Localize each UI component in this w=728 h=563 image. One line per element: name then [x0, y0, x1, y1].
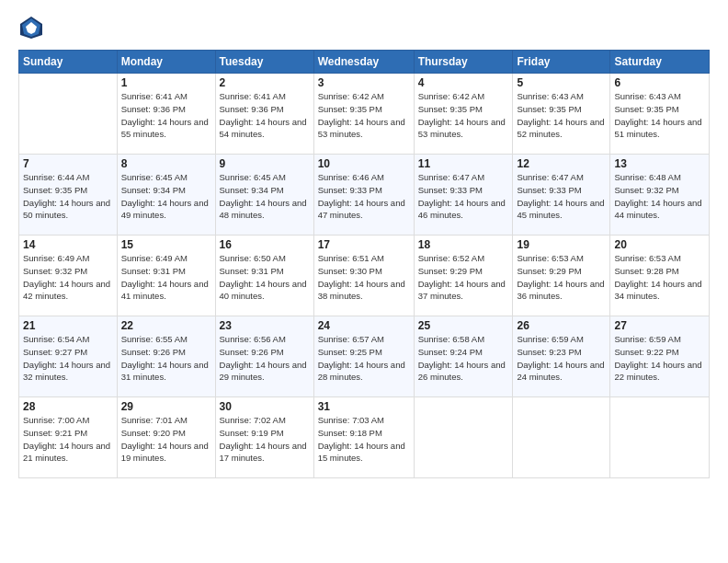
calendar-cell	[513, 397, 610, 478]
calendar-cell: 25Sunrise: 6:58 AM Sunset: 9:24 PM Dayli…	[414, 316, 513, 397]
day-info: Sunrise: 6:51 AM Sunset: 9:30 PM Dayligh…	[318, 252, 410, 303]
calendar-cell: 6Sunrise: 6:43 AM Sunset: 9:35 PM Daylig…	[610, 74, 710, 155]
day-info: Sunrise: 7:01 AM Sunset: 9:20 PM Dayligh…	[121, 414, 211, 465]
day-number: 3	[318, 76, 410, 89]
day-info: Sunrise: 6:55 AM Sunset: 9:26 PM Dayligh…	[121, 333, 211, 384]
day-info: Sunrise: 6:52 AM Sunset: 9:29 PM Dayligh…	[418, 252, 509, 303]
calendar-cell: 23Sunrise: 6:56 AM Sunset: 9:26 PM Dayli…	[215, 316, 313, 397]
day-info: Sunrise: 6:47 AM Sunset: 9:33 PM Dayligh…	[418, 171, 509, 222]
day-number: 31	[318, 400, 410, 413]
day-info: Sunrise: 6:50 AM Sunset: 9:31 PM Dayligh…	[220, 252, 310, 303]
calendar-cell: 20Sunrise: 6:53 AM Sunset: 9:28 PM Dayli…	[610, 236, 710, 316]
calendar-cell: 7Sunrise: 6:44 AM Sunset: 9:35 PM Daylig…	[19, 155, 118, 236]
calendar-table: SundayMondayTuesdayWednesdayThursdayFrid…	[18, 50, 710, 478]
day-number: 12	[517, 157, 606, 170]
col-header-friday: Friday	[513, 51, 610, 74]
day-number: 20	[614, 238, 705, 251]
day-info: Sunrise: 7:03 AM Sunset: 9:18 PM Dayligh…	[318, 414, 410, 465]
day-info: Sunrise: 6:49 AM Sunset: 9:31 PM Dayligh…	[121, 252, 211, 303]
calendar-cell: 18Sunrise: 6:52 AM Sunset: 9:29 PM Dayli…	[414, 236, 513, 316]
day-info: Sunrise: 6:42 AM Sunset: 9:35 PM Dayligh…	[318, 90, 410, 141]
day-number: 13	[614, 157, 705, 170]
day-number: 11	[418, 157, 509, 170]
calendar-cell: 26Sunrise: 6:59 AM Sunset: 9:23 PM Dayli…	[513, 316, 610, 397]
day-number: 2	[220, 76, 310, 89]
day-number: 18	[418, 238, 509, 251]
calendar-cell	[19, 74, 118, 155]
day-info: Sunrise: 6:47 AM Sunset: 9:33 PM Dayligh…	[517, 171, 606, 222]
logo-icon	[18, 15, 44, 40]
day-info: Sunrise: 6:43 AM Sunset: 9:35 PM Dayligh…	[517, 90, 606, 141]
calendar-cell: 17Sunrise: 6:51 AM Sunset: 9:30 PM Dayli…	[313, 236, 414, 316]
logo	[18, 15, 48, 40]
calendar-cell	[610, 397, 710, 478]
day-info: Sunrise: 6:43 AM Sunset: 9:35 PM Dayligh…	[614, 90, 705, 141]
day-info: Sunrise: 6:58 AM Sunset: 9:24 PM Dayligh…	[418, 333, 509, 384]
day-info: Sunrise: 6:59 AM Sunset: 9:22 PM Dayligh…	[614, 333, 705, 384]
day-number: 7	[23, 157, 113, 170]
day-info: Sunrise: 6:45 AM Sunset: 9:34 PM Dayligh…	[121, 171, 211, 222]
day-number: 19	[517, 238, 606, 251]
calendar-cell: 11Sunrise: 6:47 AM Sunset: 9:33 PM Dayli…	[414, 155, 513, 236]
calendar-cell: 15Sunrise: 6:49 AM Sunset: 9:31 PM Dayli…	[117, 236, 215, 316]
calendar-cell: 28Sunrise: 7:00 AM Sunset: 9:21 PM Dayli…	[19, 397, 118, 478]
calendar-cell: 12Sunrise: 6:47 AM Sunset: 9:33 PM Dayli…	[513, 155, 610, 236]
calendar-cell: 27Sunrise: 6:59 AM Sunset: 9:22 PM Dayli…	[610, 316, 710, 397]
day-info: Sunrise: 7:02 AM Sunset: 9:19 PM Dayligh…	[220, 414, 310, 465]
day-number: 6	[614, 76, 705, 89]
day-number: 27	[614, 319, 705, 332]
calendar-cell: 14Sunrise: 6:49 AM Sunset: 9:32 PM Dayli…	[19, 236, 118, 316]
col-header-sunday: Sunday	[19, 51, 118, 74]
calendar-cell: 8Sunrise: 6:45 AM Sunset: 9:34 PM Daylig…	[117, 155, 215, 236]
calendar-cell: 2Sunrise: 6:41 AM Sunset: 9:36 PM Daylig…	[215, 74, 313, 155]
day-number: 8	[121, 157, 211, 170]
day-number: 17	[318, 238, 410, 251]
calendar-cell: 10Sunrise: 6:46 AM Sunset: 9:33 PM Dayli…	[313, 155, 414, 236]
day-number: 24	[318, 319, 410, 332]
day-number: 9	[220, 157, 310, 170]
calendar-cell: 4Sunrise: 6:42 AM Sunset: 9:35 PM Daylig…	[414, 74, 513, 155]
day-info: Sunrise: 6:41 AM Sunset: 9:36 PM Dayligh…	[220, 90, 310, 141]
col-header-monday: Monday	[117, 51, 215, 74]
col-header-saturday: Saturday	[610, 51, 710, 74]
col-header-tuesday: Tuesday	[215, 51, 313, 74]
calendar-cell: 13Sunrise: 6:48 AM Sunset: 9:32 PM Dayli…	[610, 155, 710, 236]
day-number: 1	[121, 76, 211, 89]
calendar-cell: 22Sunrise: 6:55 AM Sunset: 9:26 PM Dayli…	[117, 316, 215, 397]
calendar-cell: 30Sunrise: 7:02 AM Sunset: 9:19 PM Dayli…	[215, 397, 313, 478]
day-number: 21	[23, 319, 113, 332]
week-row-3: 14Sunrise: 6:49 AM Sunset: 9:32 PM Dayli…	[19, 236, 710, 316]
day-number: 28	[23, 400, 113, 413]
day-number: 16	[220, 238, 310, 251]
day-info: Sunrise: 6:54 AM Sunset: 9:27 PM Dayligh…	[23, 333, 113, 384]
day-info: Sunrise: 6:57 AM Sunset: 9:25 PM Dayligh…	[318, 333, 410, 384]
calendar-cell	[414, 397, 513, 478]
day-number: 26	[517, 319, 606, 332]
calendar-cell: 31Sunrise: 7:03 AM Sunset: 9:18 PM Dayli…	[313, 397, 414, 478]
day-info: Sunrise: 6:44 AM Sunset: 9:35 PM Dayligh…	[23, 171, 113, 222]
calendar-cell: 29Sunrise: 7:01 AM Sunset: 9:20 PM Dayli…	[117, 397, 215, 478]
day-number: 30	[220, 400, 310, 413]
calendar-cell: 1Sunrise: 6:41 AM Sunset: 9:36 PM Daylig…	[117, 74, 215, 155]
day-number: 4	[418, 76, 509, 89]
day-info: Sunrise: 6:49 AM Sunset: 9:32 PM Dayligh…	[23, 252, 113, 303]
day-number: 23	[220, 319, 310, 332]
calendar-cell: 16Sunrise: 6:50 AM Sunset: 9:31 PM Dayli…	[215, 236, 313, 316]
day-info: Sunrise: 7:00 AM Sunset: 9:21 PM Dayligh…	[23, 414, 113, 465]
week-row-2: 7Sunrise: 6:44 AM Sunset: 9:35 PM Daylig…	[19, 155, 710, 236]
week-row-5: 28Sunrise: 7:00 AM Sunset: 9:21 PM Dayli…	[19, 397, 710, 478]
day-number: 5	[517, 76, 606, 89]
calendar-cell: 24Sunrise: 6:57 AM Sunset: 9:25 PM Dayli…	[313, 316, 414, 397]
day-number: 15	[121, 238, 211, 251]
day-number: 14	[23, 238, 113, 251]
calendar-cell: 21Sunrise: 6:54 AM Sunset: 9:27 PM Dayli…	[19, 316, 118, 397]
week-row-1: 1Sunrise: 6:41 AM Sunset: 9:36 PM Daylig…	[19, 74, 710, 155]
day-info: Sunrise: 6:56 AM Sunset: 9:26 PM Dayligh…	[220, 333, 310, 384]
week-row-4: 21Sunrise: 6:54 AM Sunset: 9:27 PM Dayli…	[19, 316, 710, 397]
calendar-cell: 9Sunrise: 6:45 AM Sunset: 9:34 PM Daylig…	[215, 155, 313, 236]
day-info: Sunrise: 6:45 AM Sunset: 9:34 PM Dayligh…	[220, 171, 310, 222]
day-number: 22	[121, 319, 211, 332]
day-number: 25	[418, 319, 509, 332]
day-info: Sunrise: 6:59 AM Sunset: 9:23 PM Dayligh…	[517, 333, 606, 384]
calendar-cell: 5Sunrise: 6:43 AM Sunset: 9:35 PM Daylig…	[513, 74, 610, 155]
